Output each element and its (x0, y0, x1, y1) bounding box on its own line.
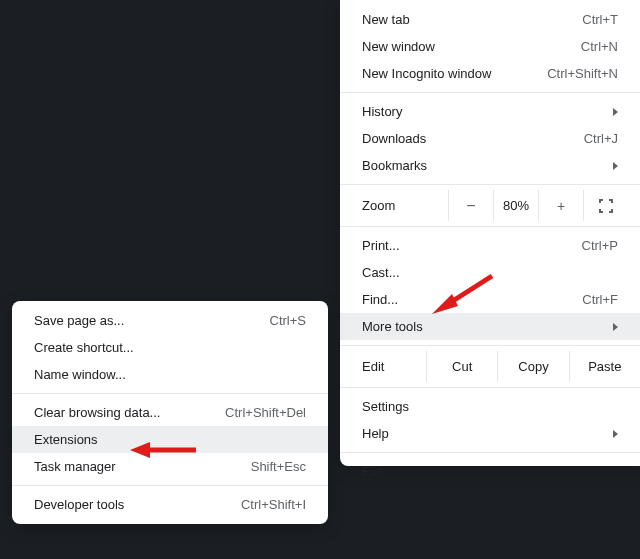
shortcut: Shift+Esc (251, 459, 306, 474)
label: Name window... (34, 367, 306, 382)
shortcut: Ctrl+N (581, 39, 618, 54)
separator (12, 393, 328, 394)
submenu-caret-icon (613, 108, 618, 116)
label: Task manager (34, 459, 241, 474)
menu-item-print[interactable]: Print... Ctrl+P (340, 232, 640, 259)
label: Developer tools (34, 497, 231, 512)
label: Print... (362, 238, 572, 253)
label: Clear browsing data... (34, 405, 215, 420)
separator (340, 345, 640, 346)
label: Find... (362, 292, 572, 307)
label: Save page as... (34, 313, 260, 328)
more-tools-submenu: Save page as... Ctrl+S Create shortcut..… (12, 301, 328, 524)
label: New tab (362, 12, 572, 27)
shortcut: Ctrl+F (582, 292, 618, 307)
shortcut: Ctrl+Shift+I (241, 497, 306, 512)
menu-item-history[interactable]: History (340, 98, 640, 125)
label: History (362, 104, 605, 119)
menu-item-more-tools[interactable]: More tools (340, 313, 640, 340)
submenu-caret-icon (613, 430, 618, 438)
separator (340, 226, 640, 227)
menu-item-cast[interactable]: Cast... (340, 259, 640, 286)
label: Cast... (362, 265, 618, 280)
submenu-item-name-window[interactable]: Name window... (12, 361, 328, 388)
separator (340, 92, 640, 93)
menu-item-new-tab[interactable]: New tab Ctrl+T (340, 6, 640, 33)
separator (340, 452, 640, 453)
paste-button[interactable]: Paste (569, 351, 640, 382)
shortcut: Ctrl+Shift+N (547, 66, 618, 81)
separator (340, 184, 640, 185)
submenu-item-extensions[interactable]: Extensions (12, 426, 328, 453)
menu-item-new-incognito[interactable]: New Incognito window Ctrl+Shift+N (340, 60, 640, 87)
separator (340, 387, 640, 388)
fullscreen-icon (599, 199, 613, 213)
chrome-main-menu: New tab Ctrl+T New window Ctrl+N New Inc… (340, 0, 640, 466)
zoom-out-button[interactable]: − (448, 190, 493, 221)
zoom-value: 80% (493, 190, 538, 221)
menu-item-zoom: Zoom − 80% + (340, 190, 640, 221)
menu-item-exit[interactable]: Exit (340, 458, 640, 485)
shortcut: Ctrl+T (582, 12, 618, 27)
zoom-label: Zoom (362, 198, 448, 213)
shortcut: Ctrl+Shift+Del (225, 405, 306, 420)
label: Bookmarks (362, 158, 605, 173)
fullscreen-button[interactable] (583, 190, 628, 221)
submenu-caret-icon (613, 162, 618, 170)
submenu-item-clear-browsing-data[interactable]: Clear browsing data... Ctrl+Shift+Del (12, 399, 328, 426)
copy-button[interactable]: Copy (497, 351, 568, 382)
label: New window (362, 39, 571, 54)
menu-item-edit: Edit Cut Copy Paste (340, 351, 640, 382)
submenu-item-save-page[interactable]: Save page as... Ctrl+S (12, 307, 328, 334)
label: Create shortcut... (34, 340, 306, 355)
label: Help (362, 426, 605, 441)
separator (12, 485, 328, 486)
shortcut: Ctrl+S (270, 313, 306, 328)
menu-item-settings[interactable]: Settings (340, 393, 640, 420)
shortcut: Ctrl+J (584, 131, 618, 146)
submenu-item-developer-tools[interactable]: Developer tools Ctrl+Shift+I (12, 491, 328, 518)
menu-item-find[interactable]: Find... Ctrl+F (340, 286, 640, 313)
submenu-item-create-shortcut[interactable]: Create shortcut... (12, 334, 328, 361)
menu-item-help[interactable]: Help (340, 420, 640, 447)
menu-item-new-window[interactable]: New window Ctrl+N (340, 33, 640, 60)
label: Downloads (362, 131, 574, 146)
menu-item-bookmarks[interactable]: Bookmarks (340, 152, 640, 179)
zoom-in-button[interactable]: + (538, 190, 583, 221)
submenu-item-task-manager[interactable]: Task manager Shift+Esc (12, 453, 328, 480)
label: Exit (362, 464, 618, 479)
label: More tools (362, 319, 605, 334)
menu-item-downloads[interactable]: Downloads Ctrl+J (340, 125, 640, 152)
label: Extensions (34, 432, 306, 447)
label: Settings (362, 399, 618, 414)
edit-label: Edit (362, 359, 426, 374)
submenu-caret-icon (613, 323, 618, 331)
cut-button[interactable]: Cut (426, 351, 497, 382)
label: New Incognito window (362, 66, 537, 81)
shortcut: Ctrl+P (582, 238, 618, 253)
